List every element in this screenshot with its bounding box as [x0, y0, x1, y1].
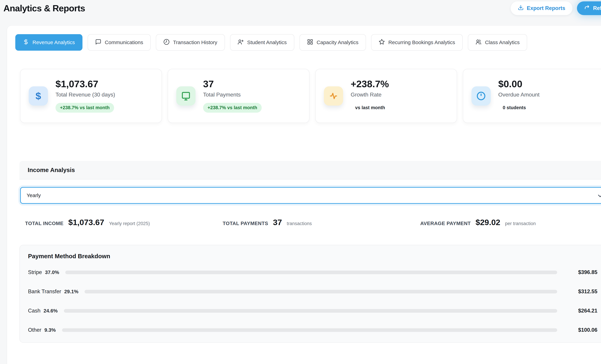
- average-payment-sub: per transaction: [505, 221, 536, 226]
- method-label: Stripe: [28, 269, 42, 275]
- total-income-value: $1,073.67: [68, 217, 104, 227]
- clock-icon: [471, 86, 491, 106]
- total-income-sub: Yearly report (2025): [109, 221, 150, 226]
- stat-label: Growth Rate: [351, 92, 381, 97]
- method-amount: $396.85: [563, 269, 597, 275]
- tab-label: Class Analytics: [485, 39, 520, 45]
- method-percent: 29.1%: [64, 289, 78, 295]
- stat-cards: $ $1,073.67 Total Revenue (30 days) +238…: [20, 69, 601, 123]
- grid-icon: [307, 39, 313, 46]
- method-percent: 9.3%: [44, 327, 56, 333]
- monitor-icon: [176, 86, 196, 106]
- refresh-icon: [584, 5, 590, 12]
- method-percent: 24.6%: [43, 308, 58, 314]
- activity-icon: [324, 86, 343, 106]
- method-amount: $100.06: [563, 327, 597, 333]
- chevron-down-icon: [597, 192, 601, 200]
- total-payments-group: TOTAL PAYMENTS 37 transactions: [223, 217, 420, 227]
- method-bar-track: [64, 309, 557, 313]
- period-select[interactable]: Yearly: [20, 187, 601, 204]
- stat-value: +238.7%: [351, 79, 389, 89]
- export-reports-button[interactable]: Export Reports: [511, 1, 572, 15]
- tab-label: Revenue Analytics: [32, 39, 75, 45]
- stat-value: $0.00: [498, 79, 522, 89]
- average-payment-group: AVERAGE PAYMENT $29.02 per transaction: [420, 217, 601, 227]
- tab-transaction-history[interactable]: Transaction History: [156, 34, 225, 51]
- user-plus-icon: [238, 39, 244, 46]
- stat-card-growth-rate: +238.7% Growth Rate vs last month: [315, 69, 457, 123]
- tab-label: Capacity Analytics: [317, 39, 358, 45]
- payment-row-bank-transfer: Bank Transfer 29.1% $312.55: [28, 288, 597, 295]
- tab-label: Recurring Bookings Analytics: [388, 39, 455, 45]
- stat-value: $1,073.67: [56, 79, 98, 89]
- stat-card-overdue-amount: $0.00 Overdue Amount 0 students: [463, 69, 601, 123]
- tab-label: Student Analytics: [247, 39, 287, 45]
- income-totals: TOTAL INCOME $1,073.67 Yearly report (20…: [25, 217, 601, 227]
- export-reports-label: Export Reports: [527, 5, 565, 11]
- average-payment-label: AVERAGE PAYMENT: [420, 221, 471, 226]
- clock-icon: [163, 39, 170, 46]
- payment-rows: Stripe 37.0% $396.85 Bank Transfer 29.1%…: [28, 268, 597, 334]
- header-actions: Export Reports Refresh: [511, 1, 601, 15]
- tab-recurring-bookings-analytics[interactable]: Recurring Bookings Analytics: [371, 34, 463, 51]
- method-amount: $264.21: [563, 308, 597, 314]
- method-percent: 37.0%: [45, 270, 59, 275]
- stat-badge: +238.7% vs last month: [203, 103, 262, 113]
- method-label: Other: [28, 327, 41, 333]
- method-bar-track: [65, 271, 557, 274]
- stat-card-total-payments: 37 Total Payments +238.7% vs last month: [168, 69, 310, 123]
- total-income-label: TOTAL INCOME: [25, 221, 64, 226]
- stat-value: 37: [203, 79, 214, 89]
- star-icon: [379, 39, 385, 46]
- refresh-button[interactable]: Refresh: [577, 1, 601, 15]
- refresh-label: Refresh: [593, 5, 601, 11]
- tab-revenue-analytics[interactable]: Revenue Analytics: [15, 34, 82, 51]
- payment-method-breakdown-panel: Payment Method Breakdown Stripe 37.0% $3…: [20, 245, 601, 343]
- tab-label: Transaction History: [173, 39, 217, 45]
- chat-bubble-icon: [95, 39, 101, 46]
- tab-capacity-analytics[interactable]: Capacity Analytics: [300, 34, 366, 51]
- tab-label: Communications: [105, 39, 143, 45]
- method-bar-track: [85, 290, 557, 294]
- stat-label: Total Payments: [203, 92, 241, 97]
- download-icon: [518, 5, 524, 12]
- period-select-value: Yearly: [27, 192, 41, 198]
- stat-label: Overdue Amount: [498, 92, 540, 97]
- stat-badge: +238.7% vs last month: [56, 103, 114, 113]
- total-payments-sub: transactions: [287, 221, 312, 226]
- payment-row-other: Other 9.3% $100.06: [28, 326, 597, 334]
- method-label: Bank Transfer: [28, 288, 61, 295]
- average-payment-value: $29.02: [476, 217, 500, 227]
- total-payments-value: 37: [273, 217, 282, 227]
- payment-row-stripe: Stripe 37.0% $396.85: [28, 268, 597, 276]
- payment-row-cash: Cash 24.6% $264.21: [28, 307, 597, 315]
- content-card: Revenue Analytics Communications Transac…: [7, 25, 601, 364]
- total-payments-label: TOTAL PAYMENTS: [223, 221, 268, 226]
- method-label: Cash: [28, 308, 40, 314]
- method-amount: $312.55: [563, 288, 597, 295]
- page-title: Analytics & Reports: [3, 3, 85, 13]
- dollar-icon: [23, 39, 29, 46]
- dollar-icon: $: [29, 86, 48, 106]
- tab-student-analytics[interactable]: Student Analytics: [230, 34, 294, 51]
- payment-breakdown-title: Payment Method Breakdown: [28, 253, 601, 260]
- tab-communications[interactable]: Communications: [88, 34, 151, 51]
- stat-badge: 0 students: [498, 103, 530, 113]
- total-income-group: TOTAL INCOME $1,073.67 Yearly report (20…: [25, 217, 223, 227]
- income-analysis-title: Income Analysis: [28, 167, 75, 173]
- tab-class-analytics[interactable]: Class Analytics: [468, 34, 527, 51]
- method-bar-track: [62, 328, 557, 332]
- top-bar: Analytics & Reports Export Reports Refre…: [0, 0, 601, 26]
- stat-label: Total Revenue (30 days): [56, 92, 115, 97]
- stat-card-total-revenue: $ $1,073.67 Total Revenue (30 days) +238…: [20, 69, 162, 123]
- analytics-reports-page: Analytics & Reports Export Reports Refre…: [0, 0, 601, 364]
- analytics-tabs: Revenue Analytics Communications Transac…: [15, 34, 527, 51]
- income-analysis-header: Income Analysis: [20, 161, 601, 179]
- stat-badge: vs last month: [351, 103, 390, 113]
- users-icon: [475, 39, 481, 46]
